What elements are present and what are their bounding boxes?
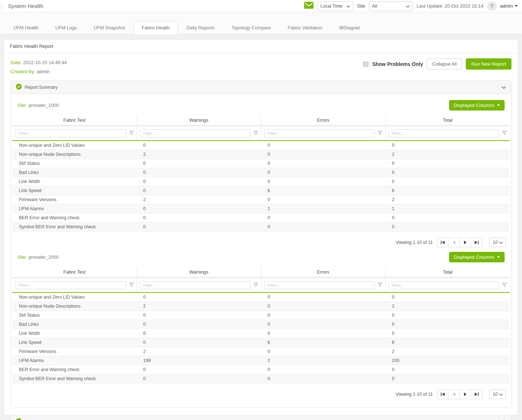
user-name: admin	[500, 3, 513, 9]
filter-input[interactable]	[264, 281, 375, 289]
tab-daily-reports[interactable]: Daily Reports	[178, 21, 223, 34]
cell-errors: 0	[261, 320, 385, 329]
cell-warnings: 0	[137, 168, 261, 177]
cell-total: 0	[385, 329, 510, 338]
cell-test: Link Width	[12, 177, 137, 186]
tab-ufm-health[interactable]: UFM Health	[5, 21, 47, 34]
check-circle-icon	[16, 418, 22, 420]
filter-input[interactable]	[389, 281, 500, 289]
chevron-down-icon	[499, 392, 503, 397]
help-button[interactable]: ?	[487, 1, 497, 11]
filter-input[interactable]	[15, 129, 126, 137]
table-row: UFM Alarms011	[12, 204, 510, 213]
last-page-button[interactable]	[471, 389, 482, 399]
funnel-icon[interactable]	[502, 282, 507, 288]
cell-errors: 1	[261, 204, 385, 213]
site-label: Site:	[17, 103, 27, 108]
tab-ibdiagnet[interactable]: IBDiagnet	[331, 21, 368, 34]
site-name: provider_1000	[29, 103, 59, 108]
filter-input[interactable]	[15, 281, 126, 289]
cell-test: Non-unique Node Descriptions	[12, 302, 137, 311]
content-area: Fabric Health Report Date: 2022-10-20 14…	[0, 34, 522, 420]
cell-test: Non-unique Node Descriptions	[12, 150, 137, 159]
cell-test: Link Width	[12, 329, 137, 338]
site-select[interactable]: All	[369, 1, 413, 11]
filter-input[interactable]	[389, 129, 500, 137]
created-by-label: Created By:	[11, 69, 36, 74]
page-size-select[interactable]: 10	[489, 238, 506, 247]
table-header-row: Fabric Test Warnings Errors Total	[12, 116, 510, 126]
chevron-down-icon	[347, 4, 350, 9]
report-summary-panel: Report Summary Site: provider_1000 Displ…	[11, 80, 511, 408]
funnel-icon[interactable]	[129, 282, 134, 288]
pagination-site1: Viewing 1-10 of 11 10	[16, 237, 506, 248]
tab-fabric-validation[interactable]: Fabric Validation	[279, 21, 331, 34]
last-page-button[interactable]	[471, 237, 482, 248]
table-row: SM Status000	[12, 311, 510, 320]
funnel-icon[interactable]	[253, 282, 258, 288]
next-page-button[interactable]	[459, 237, 471, 248]
cell-errors: 6	[261, 186, 385, 195]
filter-input[interactable]	[140, 129, 250, 137]
report-summary-header[interactable]: Report Summary	[11, 81, 511, 94]
last-update: Last Update: 20 Oct 2022 15:14	[417, 3, 483, 9]
messages-button[interactable]	[304, 2, 314, 10]
fabric-test-table-site2: Fabric Test Warnings Errors Total	[12, 267, 510, 383]
site-label: Site:	[17, 254, 27, 260]
cell-errors: 0	[261, 159, 385, 168]
cell-total: 0	[385, 168, 510, 177]
run-new-report-button[interactable]: Run New Report	[466, 58, 511, 70]
cell-total: 0	[385, 374, 510, 383]
table-row: BER Error and Warning check000	[12, 213, 510, 223]
page-size-select[interactable]: 10	[489, 390, 506, 399]
cell-total: 0	[385, 320, 510, 329]
cell-total: 1	[385, 204, 510, 213]
first-page-button[interactable]	[437, 389, 448, 399]
prev-page-button[interactable]	[448, 237, 460, 248]
table-row: Symbol BER Error and Warning check000	[12, 374, 510, 383]
filter-input[interactable]	[264, 129, 375, 137]
funnel-icon[interactable]	[129, 130, 134, 137]
funnel-icon[interactable]	[378, 130, 382, 137]
cell-test: UFM Alarms	[12, 204, 137, 213]
collapse-all-button[interactable]: Collapse All	[427, 58, 462, 70]
chevron-down-icon	[406, 4, 410, 9]
cell-errors: 0	[261, 302, 385, 311]
funnel-icon[interactable]	[253, 130, 258, 137]
funnel-icon[interactable]	[378, 282, 382, 288]
sidebar-toggle[interactable]	[0, 2, 4, 11]
time-mode-select[interactable]: Local Time	[317, 1, 353, 11]
funnel-icon[interactable]	[502, 130, 507, 137]
fabric-health-report-card: Fabric Health Report Date: 2022-10-20 14…	[4, 39, 518, 415]
tab-ufm-snapshot[interactable]: UFM Snapshot	[85, 21, 133, 34]
viewing-text: Viewing 1-10 of 11	[396, 240, 433, 245]
tab-fabric-health[interactable]: Fabric Health	[133, 21, 178, 34]
next-page-button[interactable]	[459, 389, 471, 399]
show-problems-checkbox[interactable]	[363, 61, 369, 67]
displayed-columns-button[interactable]: Displayed Columns	[449, 252, 505, 262]
cell-total: 6	[385, 338, 510, 347]
table-row: Link Speed066	[12, 338, 510, 347]
question-icon: ?	[490, 3, 493, 9]
user-menu[interactable]: admin	[500, 3, 518, 9]
first-page-button[interactable]	[437, 237, 448, 248]
displayed-columns-button[interactable]: Displayed Columns	[449, 100, 505, 111]
column-errors: Errors	[261, 116, 385, 126]
tab-topology-compare[interactable]: Topology Compare	[223, 21, 279, 34]
filter-row	[12, 278, 510, 292]
cell-total: 0	[385, 311, 510, 320]
cell-warnings: 0	[137, 311, 261, 320]
cell-test: Firmware Versions	[12, 347, 137, 356]
created-by-value: admin	[37, 69, 49, 74]
displayed-columns-label: Displayed Columns	[454, 103, 494, 108]
fabric-summary-header[interactable]: Fabric Summary	[11, 415, 511, 420]
prev-page-button[interactable]	[448, 389, 460, 399]
filter-input[interactable]	[140, 281, 250, 289]
cell-total: 0	[385, 159, 510, 168]
cell-errors: 0	[261, 223, 385, 232]
chevron-down-icon[interactable]	[502, 86, 506, 89]
tab-ufm-logs[interactable]: UFM Logs	[47, 21, 85, 34]
cell-total: 2	[385, 195, 510, 204]
column-total: Total	[385, 267, 510, 278]
report-date: Date: 2022-10-20 14:49:44	[11, 58, 67, 67]
